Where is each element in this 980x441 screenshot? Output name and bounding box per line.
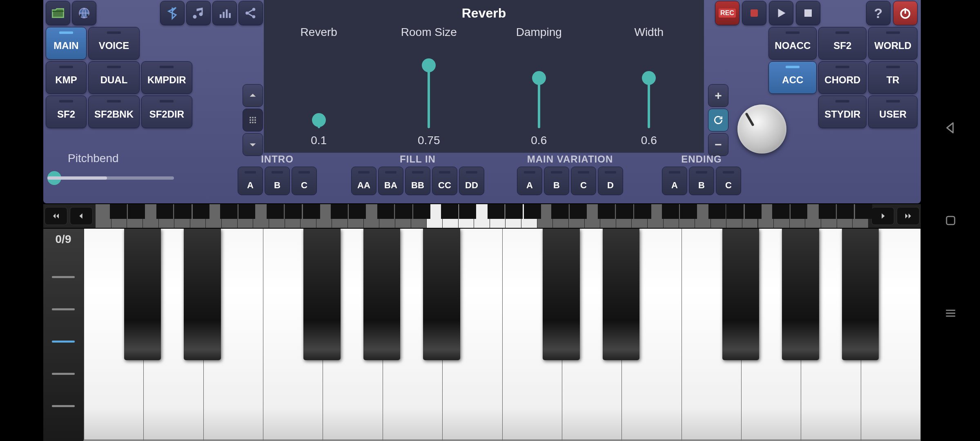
tab-stydir[interactable]: STYDIR xyxy=(818,96,866,128)
scroll-up-button[interactable] xyxy=(243,84,263,107)
svg-point-16 xyxy=(254,119,256,121)
play-button[interactable] xyxy=(769,1,793,25)
right-tab-group: NOACCSF2WORLDACCCHORDTRSTYDIRUSER xyxy=(768,27,918,128)
black-key[interactable] xyxy=(603,229,640,360)
tab-dual[interactable]: DUAL xyxy=(88,61,140,94)
svg-point-11 xyxy=(249,117,251,118)
intro-a[interactable]: A xyxy=(238,167,263,195)
mainvar-d[interactable]: D xyxy=(598,167,623,195)
reverb-panel: Reverb Reverb0.1Room Size0.75Damping0.6W… xyxy=(264,0,704,153)
fillin-ba[interactable]: BA xyxy=(378,167,403,195)
tab-sf2dir[interactable]: SF2DIR xyxy=(141,96,192,128)
slider-room-size[interactable]: Room Size0.75 xyxy=(374,22,484,153)
tab-chord[interactable]: CHORD xyxy=(818,61,866,94)
octave-left-button[interactable] xyxy=(70,207,93,225)
mainvar-b[interactable]: B xyxy=(544,167,569,195)
black-key[interactable] xyxy=(782,229,819,360)
ending-b[interactable]: B xyxy=(689,167,714,195)
svg-point-17 xyxy=(249,122,251,123)
fillin-section: FILL IN AABABBCCDD xyxy=(351,154,484,195)
volume-tick xyxy=(52,373,75,375)
nav-home-icon[interactable] xyxy=(942,212,959,229)
svg-rect-9 xyxy=(804,9,812,17)
globe-headphones-icon[interactable] xyxy=(72,1,96,25)
refresh-button[interactable] xyxy=(708,109,728,131)
tab-noacc[interactable]: NOACC xyxy=(768,27,817,60)
tab-main[interactable]: MAIN xyxy=(46,27,87,60)
octave-right-button[interactable] xyxy=(871,207,894,225)
android-nav-bar xyxy=(921,0,980,441)
plus-button[interactable]: + xyxy=(708,84,728,107)
svg-point-19 xyxy=(254,122,256,123)
music-note-icon[interactable] xyxy=(186,1,211,25)
fillin-title: FILL IN xyxy=(400,154,436,165)
stop-record-button[interactable] xyxy=(742,1,766,25)
svg-point-15 xyxy=(252,119,254,121)
rotary-knob[interactable] xyxy=(737,105,786,154)
tab-kmpdir[interactable]: KMPDIR xyxy=(141,61,192,94)
record-button[interactable]: REC xyxy=(715,1,739,25)
help-button[interactable]: ? xyxy=(866,1,891,25)
piano-keys[interactable] xyxy=(83,229,921,441)
fillin-cc[interactable]: CC xyxy=(432,167,457,195)
tab-kmp[interactable]: KMP xyxy=(46,61,87,94)
svg-rect-8 xyxy=(751,9,758,17)
tab-voice[interactable]: VOICE xyxy=(88,27,140,60)
intro-title: INTRO xyxy=(261,154,294,165)
volume-tick xyxy=(52,405,75,407)
svg-point-12 xyxy=(252,117,254,118)
volume-tick xyxy=(52,308,75,310)
bluetooth-icon[interactable] xyxy=(160,1,185,25)
share-icon[interactable] xyxy=(238,1,263,25)
ending-c[interactable]: C xyxy=(716,167,741,195)
scroll-down-button[interactable] xyxy=(243,133,263,156)
nav-back-icon[interactable] xyxy=(942,120,959,136)
tab-sf2[interactable]: SF2 xyxy=(818,27,866,60)
fillin-aa[interactable]: AA xyxy=(351,167,376,195)
pitchbend-slider[interactable] xyxy=(47,176,174,180)
power-button[interactable] xyxy=(893,1,918,25)
minus-button[interactable]: − xyxy=(708,133,728,156)
tab-tr[interactable]: TR xyxy=(868,61,918,94)
keyboard-area: 0/9 xyxy=(43,229,921,441)
volume-strip[interactable]: 0/9 xyxy=(43,229,83,441)
fillin-bb[interactable]: BB xyxy=(405,167,430,195)
slider-width[interactable]: Width0.6 xyxy=(594,22,704,153)
volume-counter: 0/9 xyxy=(56,233,71,246)
equalizer-icon[interactable] xyxy=(212,1,237,25)
keyboard-overview xyxy=(43,204,921,228)
slider-damping[interactable]: Damping0.6 xyxy=(484,22,594,153)
tab-user[interactable]: USER xyxy=(868,96,918,128)
svg-rect-20 xyxy=(947,216,955,225)
black-key[interactable] xyxy=(543,229,580,360)
black-key[interactable] xyxy=(722,229,760,360)
tab-acc[interactable]: ACC xyxy=(768,61,817,94)
grid-menu-button[interactable] xyxy=(243,109,263,131)
black-key[interactable] xyxy=(303,229,341,360)
ending-a[interactable]: A xyxy=(662,167,687,195)
mainvar-c[interactable]: C xyxy=(571,167,596,195)
fillin-dd[interactable]: DD xyxy=(459,167,484,195)
tab-world[interactable]: WORLD xyxy=(868,27,918,60)
left-tab-group: MAINVOICEKMPDUALKMPDIRSF2SF2BNKSF2DIR xyxy=(46,27,192,128)
volume-tick xyxy=(52,276,75,278)
intro-b[interactable]: B xyxy=(265,167,290,195)
slider-reverb[interactable]: Reverb0.1 xyxy=(264,22,374,153)
black-key[interactable] xyxy=(423,229,460,360)
pitchbend-label: Pitchbend xyxy=(47,149,178,167)
octave-jump-left-button[interactable] xyxy=(45,207,67,225)
nav-recent-icon[interactable] xyxy=(942,305,959,321)
black-key[interactable] xyxy=(184,229,221,360)
intro-c[interactable]: C xyxy=(292,167,317,195)
folder-open-icon[interactable] xyxy=(46,1,70,25)
overview-keys[interactable] xyxy=(96,204,869,228)
black-key[interactable] xyxy=(124,229,161,360)
mainvar-a[interactable]: A xyxy=(517,167,542,195)
tab-sf2bnk[interactable]: SF2BNK xyxy=(88,96,140,128)
tab-sf2[interactable]: SF2 xyxy=(46,96,87,128)
octave-jump-right-button[interactable] xyxy=(897,207,920,225)
stop-button[interactable] xyxy=(796,1,820,25)
black-key[interactable] xyxy=(842,229,879,360)
black-key[interactable] xyxy=(363,229,401,360)
svg-rect-2 xyxy=(223,12,225,18)
